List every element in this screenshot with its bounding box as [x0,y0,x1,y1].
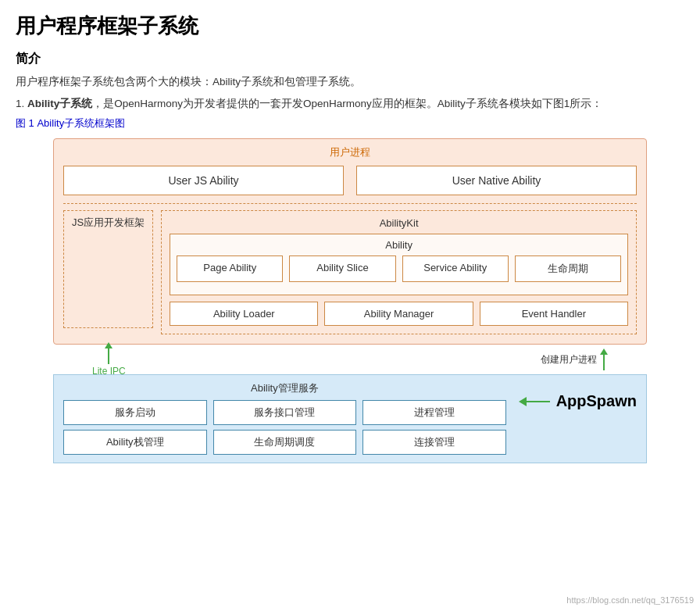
intro-line2: 1. Ability子系统，是OpenHarmony为开发者提供的一套开发Ope… [16,95,684,113]
management-inner: Ability管理服务 服务启动 服务接口管理 进程管理 Ability栈管理 … [63,381,506,455]
management-row-2: Ability栈管理 生命周期调度 连接管理 [63,430,506,455]
appspawn-area: AppSpawn [519,392,637,410]
user-process-label: 用户进程 [63,145,637,159]
intro-prefix: 1. [16,98,27,109]
create-user-process-label: 创建用户进程 [541,353,597,366]
ability-loader-box: Ability Loader [170,302,318,326]
ability-kit-label: AbilityKit [170,217,628,229]
ability-items-row-1: Page Ability Ability Slice Service Abili… [177,255,621,282]
figure-label: 图 1 Ability子系统框架图 [16,116,684,130]
intro-line1: 用户程序框架子系统包含两个大的模块：Ability子系统和包管理子系统。 [16,73,684,91]
watermark: https://blog.csdn.net/qq_3176519 [566,595,694,605]
ability-kit-box: AbilityKit Ability Page Ability Ability … [161,210,637,334]
create-user-process-area: 创建用户进程 [541,348,608,370]
process-management-box: 进程管理 [362,400,506,425]
page-title: 用户程序框架子系统 [16,13,684,40]
lite-ipc-arrow: Lite IPC [92,342,126,377]
ability-slice-box: Ability Slice [289,255,395,282]
management-rows: 服务启动 服务接口管理 进程管理 Ability栈管理 生命周期调度 连接管理 [63,400,506,455]
intro-bold: Ability子系统 [27,98,92,109]
diagram: 用户进程 User JS Ability User Native Ability… [53,138,647,463]
service-ability-box: Service Ability [402,255,509,282]
user-native-ability-box: User Native Ability [356,166,637,195]
service-interface-box: 服务接口管理 [213,400,357,425]
framework-abilitykit-row: JS应用开发框架 AbilityKit Ability Page Ability… [63,210,637,334]
page-ability-box: Page Ability [177,255,283,282]
top-ability-row: User JS Ability User Native Ability [63,166,637,195]
user-js-ability-box: User JS Ability [63,166,344,195]
arrow-row: Lite IPC 创建用户进程 [53,345,647,374]
service-start-box: 服务启动 [63,400,207,425]
arrow-line-vertical [108,348,109,364]
appspawn-arrow-head [519,397,527,406]
dashed-divider [63,203,637,204]
js-framework-label: JS应用开发框架 [72,216,145,230]
event-handler-box: Event Handler [480,302,628,326]
lite-ipc-label: Lite IPC [92,366,126,377]
ability-stack-box: Ability栈管理 [63,430,207,455]
user-process-box: 用户进程 User JS Ability User Native Ability… [53,138,647,345]
arrow-line-create [603,355,605,370]
ability-bottom-row: Ability Loader Ability Manager Event Han… [170,302,628,326]
appspawn-arrow-line [527,401,550,402]
connection-management-box: 连接管理 [362,430,506,455]
ability-inner-box: Ability Page Ability Ability Slice Servi… [170,234,628,295]
management-title: Ability管理服务 [63,381,506,395]
lite-ipc-arrow-up [105,342,112,364]
ability-manager-box: Ability Manager [324,302,473,326]
intro-rest: ，是OpenHarmony为开发者提供的一套开发OpenHarmony应用的框架… [92,98,602,109]
management-box: Ability管理服务 服务启动 服务接口管理 进程管理 Ability栈管理 … [53,374,647,463]
js-framework-box: JS应用开发框架 [63,210,153,328]
lifecycle-box: 生命周期 [515,255,621,282]
management-row-1: 服务启动 服务接口管理 进程管理 [63,400,506,425]
arrow-head-up-icon [105,342,112,348]
section-title: 简介 [16,51,684,67]
arrow-head-create-up [600,348,608,355]
create-process-arrow-up [600,348,608,370]
ability-inner-label: Ability [177,239,621,251]
lifecycle-scheduling-box: 生命周期调度 [213,430,357,455]
appspawn-arrow [519,397,550,406]
appspawn-label: AppSpawn [556,392,637,410]
